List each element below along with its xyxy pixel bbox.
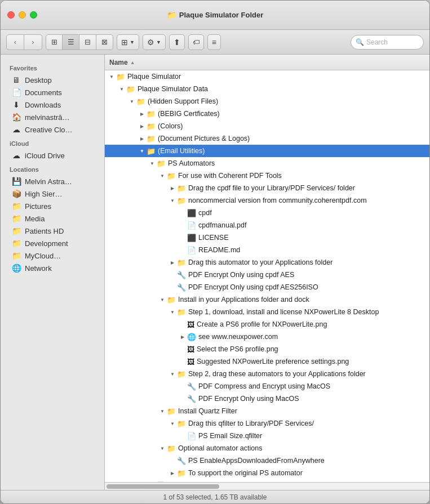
disclosure-icon[interactable] xyxy=(158,444,167,453)
file-item-4[interactable]: 📁 (BEBIG Certficates) xyxy=(105,108,429,120)
file-item-2[interactable]: 📁 Plaque Simulator Data xyxy=(105,83,429,95)
file-icon: 📁 xyxy=(177,469,186,478)
search-box[interactable]: 🔍 Search xyxy=(351,35,424,50)
tag-button[interactable]: 🏷 xyxy=(188,34,204,50)
title-folder-icon: 📁 xyxy=(167,11,176,20)
file-item-23[interactable]: 🖼 Select the PS6 profile.png xyxy=(105,343,429,355)
maximize-button[interactable] xyxy=(30,11,37,19)
icon-view-icon: ⊞ xyxy=(51,38,57,46)
sidebar: Favorites 🖥Desktop📄Documents⬇Downloads🏠m… xyxy=(1,55,105,490)
disclosure-icon[interactable] xyxy=(178,332,187,341)
sidebar-item-patients-hd[interactable]: 📁Patients HD xyxy=(3,225,102,237)
file-item-16[interactable]: 📁 Drag this automator to your Applicatio… xyxy=(105,256,429,269)
file-item-20[interactable]: 📁 Step 1, download, install and license … xyxy=(105,306,429,318)
minimize-button[interactable] xyxy=(19,11,26,19)
window-title: 📁 Plaque Simulator Folder xyxy=(167,11,264,20)
file-name: Install Quartz Filter xyxy=(178,407,237,415)
share-button[interactable]: ⬆ xyxy=(169,34,185,50)
disclosure-icon[interactable] xyxy=(168,196,177,205)
disclosure-icon[interactable] xyxy=(168,307,177,316)
file-name: PS Email Size.qfilter xyxy=(198,432,262,440)
disclosure-icon[interactable] xyxy=(168,184,177,193)
scrollbar-thumb[interactable] xyxy=(107,484,219,489)
file-item-8[interactable]: 📁 PS Automators xyxy=(105,157,429,170)
file-item-24[interactable]: 🖼 Suggested NXPowerLite preference setti… xyxy=(105,355,429,368)
file-item-10[interactable]: 📁 Drag the cpdf file to your Library/PDF… xyxy=(105,182,429,194)
action-button[interactable]: ⚙ ▼ xyxy=(143,34,166,50)
disclosure-icon[interactable] xyxy=(168,258,177,267)
disclosure-icon[interactable] xyxy=(138,109,147,118)
file-item-27[interactable]: 🔧 PDF Encrypt Only using MacOS xyxy=(105,393,429,405)
file-item-1[interactable]: 📁 Plaque Simulator xyxy=(105,70,429,83)
file-item-19[interactable]: 📁 Install in your Applications folder an… xyxy=(105,293,429,306)
disclosure-icon[interactable] xyxy=(138,134,147,143)
icon-view-button[interactable]: ⊞ xyxy=(46,34,63,50)
sidebar-item-pictures[interactable]: 📁Pictures xyxy=(3,200,102,212)
disclosure-icon[interactable] xyxy=(168,419,177,428)
arrange-button[interactable]: ⊞ ▼ xyxy=(117,34,139,50)
sidebar-item-high-sier[interactable]: 📦High Sier… xyxy=(3,188,102,200)
file-item-14[interactable]: ⬛ LICENSE xyxy=(105,231,429,244)
disclosure-icon[interactable] xyxy=(158,295,167,304)
forward-button[interactable]: › xyxy=(24,34,42,50)
horizontal-scrollbar[interactable] xyxy=(105,482,429,490)
list-view-button[interactable]: ☰ xyxy=(63,34,79,50)
disclosure-icon[interactable] xyxy=(117,84,126,93)
file-item-3[interactable]: 📁 (Hidden Support Files) xyxy=(105,95,429,108)
file-item-29[interactable]: 📁 Drag this qfilter to Library/PDF Servi… xyxy=(105,417,429,430)
file-item-33[interactable]: 📁 To support the original PS automator xyxy=(105,467,429,479)
sidebar-icon-documents: 📄 xyxy=(12,88,21,97)
sidebar-label-melvin-astra: Melvin Astra… xyxy=(25,177,72,186)
file-name: Plaque Simulator Data xyxy=(138,85,208,93)
file-item-22[interactable]: 🌐 see www.neuxpower.com xyxy=(105,331,429,343)
file-item-21[interactable]: 🖼 Create a PS6 profile for NXPowerLite.p… xyxy=(105,318,429,331)
sidebar-item-network[interactable]: 🌐Network xyxy=(3,262,102,274)
column-view-button[interactable]: ⊟ xyxy=(79,34,96,50)
file-item-15[interactable]: 📄 README.md xyxy=(105,244,429,256)
sidebar-item-development[interactable]: 📁Development xyxy=(3,237,102,249)
disclosure-icon[interactable] xyxy=(168,369,177,378)
cover-view-button[interactable]: ⊠ xyxy=(96,34,113,50)
sidebar-item-melvinastrah[interactable]: 🏠melvinastrā… xyxy=(3,111,102,123)
file-item-26[interactable]: 🔧 PDF Compress and Encrypt using MacOS xyxy=(105,380,429,393)
sidebar-item-downloads[interactable]: ⬇Downloads xyxy=(3,99,102,111)
more-button[interactable]: ≡ xyxy=(207,34,221,50)
file-item-25[interactable]: 📁 Step 2, drag these automators to your … xyxy=(105,368,429,380)
sidebar-item-creativeclo[interactable]: ☁Creative Clo… xyxy=(3,123,102,136)
file-icon: 🌐 xyxy=(187,333,196,341)
disclosure-icon[interactable] xyxy=(158,171,167,180)
file-item-32[interactable]: 🔧 PS EnableAppsDownloadedFromAnywhere xyxy=(105,454,429,467)
disclosure-icon[interactable] xyxy=(138,122,147,131)
file-item-5[interactable]: 📁 (Colors) xyxy=(105,120,429,132)
file-item-12[interactable]: ⬛ cpdf xyxy=(105,207,429,219)
file-item-6[interactable]: 📁 (Document Pictures & Logos) xyxy=(105,132,429,145)
column-header: Name ▲ xyxy=(105,55,429,70)
file-item-28[interactable]: 📁 Install Quartz Filter xyxy=(105,405,429,417)
sidebar-item-desktop[interactable]: 🖥Desktop xyxy=(3,74,102,86)
file-icon: 📁 xyxy=(147,110,156,118)
disclosure-icon[interactable] xyxy=(158,407,167,416)
sidebar-item-melvin-astra[interactable]: 💾Melvin Astra… xyxy=(3,175,102,188)
disclosure-icon[interactable] xyxy=(168,469,177,478)
sidebar-item-icloud-drive[interactable]: ☁iCloud Drive xyxy=(3,149,102,162)
disclosure-icon[interactable] xyxy=(107,72,116,81)
file-item-17[interactable]: 🔧 PDF Encrypt Only using cpdf AES xyxy=(105,269,429,281)
disclosure-icon[interactable] xyxy=(138,146,147,155)
file-item-31[interactable]: 📁 Optional automator actions xyxy=(105,442,429,454)
disclosure-icon[interactable] xyxy=(127,97,136,106)
sidebar-label-pictures: Pictures xyxy=(25,202,51,211)
file-item-11[interactable]: 📁 noncommercial version from community.c… xyxy=(105,194,429,207)
file-item-30[interactable]: 📄 PS Email Size.qfilter xyxy=(105,430,429,442)
file-name: (Hidden Support Files) xyxy=(148,97,218,105)
back-button[interactable]: ‹ xyxy=(6,34,24,50)
sidebar-item-mycloud[interactable]: 📁MyCloud… xyxy=(3,249,102,262)
file-item-7[interactable]: 📁 (Email Utilities) xyxy=(105,145,429,157)
sidebar-item-documents[interactable]: 📄Documents xyxy=(3,86,102,99)
file-item-9[interactable]: 📁 For use with Coherent PDF Tools xyxy=(105,170,429,182)
disclosure-icon[interactable] xyxy=(148,159,157,168)
close-button[interactable] xyxy=(7,11,15,19)
file-item-18[interactable]: 🔧 PDF Encrypt Only using cpdf AES256ISO xyxy=(105,281,429,293)
sidebar-item-media[interactable]: 📁Media xyxy=(3,212,102,225)
name-column-header[interactable]: Name ▲ xyxy=(109,59,425,66)
file-item-13[interactable]: 📄 cpdfmanual.pdf xyxy=(105,219,429,231)
